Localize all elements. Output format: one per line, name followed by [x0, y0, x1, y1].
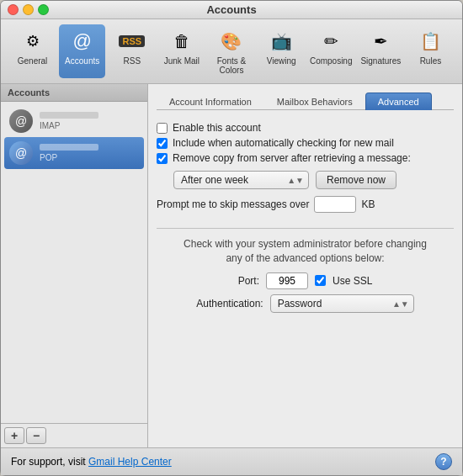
tab-mailbox-behaviors[interactable]: Mailbox Behaviors: [264, 93, 365, 110]
advanced-section: Enable this account Include when automat…: [157, 120, 454, 213]
rss-icon: RSS: [119, 28, 146, 55]
toolbar-general[interactable]: ⚙ General: [9, 24, 56, 78]
enable-account-checkbox[interactable]: [157, 123, 168, 134]
maximize-button[interactable]: [38, 4, 49, 15]
remove-now-button[interactable]: Remove now: [316, 171, 396, 189]
footer-support-text: For support, visit: [11, 456, 88, 468]
window-controls: [8, 4, 49, 15]
fonts-colors-label: Fonts & Colors: [210, 56, 253, 75]
toolbar-junk-mail[interactable]: 🗑 Junk Mail: [158, 24, 205, 78]
section-divider: [157, 228, 454, 229]
skip-messages-label: Prompt me to skip messages over: [157, 198, 309, 210]
signatures-icon: ✒: [367, 28, 394, 55]
add-account-button[interactable]: +: [4, 427, 24, 444]
tab-advanced[interactable]: Advanced: [365, 93, 432, 110]
skip-messages-unit: KB: [361, 198, 375, 210]
port-input[interactable]: [266, 272, 308, 289]
pop-account-type: POP: [40, 153, 139, 162]
footer-text: For support, visit Gmail Help Center: [11, 456, 172, 468]
accounts-icon: @: [69, 28, 96, 55]
imap-account-info: IMAP: [40, 112, 139, 130]
window-footer: For support, visit Gmail Help Center ?: [1, 447, 462, 475]
use-ssl-label: Use SSL: [333, 275, 372, 287]
pop-account-icon: @: [9, 141, 33, 165]
remove-copy-label: Remove copy from server after retrieving…: [173, 152, 411, 164]
toolbar-viewing[interactable]: 📺 Viewing: [258, 24, 305, 78]
toolbar-fonts-colors[interactable]: 🎨 Fonts & Colors: [208, 24, 254, 78]
general-label: General: [18, 56, 48, 66]
rss-label: RSS: [123, 56, 141, 66]
composing-icon: ✏: [317, 28, 344, 55]
auto-check-row: Include when automatically checking for …: [157, 135, 454, 151]
titlebar: Accounts: [1, 1, 462, 19]
info-text: Check with your system administrator bef…: [157, 237, 454, 266]
junk-mail-icon: 🗑: [168, 28, 195, 55]
junk-mail-label: Junk Mail: [164, 56, 200, 66]
imap-account-name: [40, 112, 98, 119]
rules-icon: 📋: [417, 28, 444, 55]
toolbar-accounts[interactable]: @ Accounts: [59, 24, 105, 78]
accounts-label: Accounts: [65, 56, 99, 66]
auth-select-wrapper: Password MD5 Challenge-Response NTLM Ker…: [270, 294, 414, 313]
use-ssl-checkbox[interactable]: [315, 275, 326, 286]
enable-account-row: Enable this account: [157, 120, 454, 135]
main-window: Accounts ⚙ General @ Accounts RSS RSS 🗑 …: [0, 0, 463, 476]
toolbar: ⚙ General @ Accounts RSS RSS 🗑 Junk Mail…: [1, 19, 462, 84]
help-button[interactable]: ?: [435, 453, 452, 470]
remove-account-button[interactable]: −: [26, 427, 46, 444]
minimize-button[interactable]: [23, 4, 34, 15]
skip-messages-input[interactable]: [314, 196, 356, 213]
composing-label: Composing: [310, 56, 353, 66]
pop-account-info: POP: [40, 144, 139, 162]
toolbar-rss[interactable]: RSS RSS: [109, 24, 155, 78]
toolbar-signatures[interactable]: ✒ Signatures: [358, 24, 404, 78]
remove-copy-checkbox[interactable]: [157, 153, 168, 164]
auth-label: Authentication:: [196, 298, 263, 309]
remove-copy-row: Remove copy from server after retrieving…: [157, 151, 454, 166]
tab-account-information[interactable]: Account Information: [157, 93, 264, 110]
sidebar-header: Accounts: [1, 84, 147, 102]
toolbar-rules[interactable]: 📋 Rules: [407, 24, 454, 78]
content-area: Accounts @ IMAP @ POP: [1, 84, 462, 447]
viewing-label: Viewing: [267, 56, 296, 66]
pop-account-name: [40, 144, 98, 151]
general-icon: ⚙: [19, 28, 46, 55]
auth-select[interactable]: Password MD5 Challenge-Response NTLM Ker…: [270, 294, 414, 313]
tab-bar: Account Information Mailbox Behaviors Ad…: [157, 93, 454, 110]
auto-check-label: Include when automatically checking for …: [173, 137, 394, 149]
rules-label: Rules: [420, 56, 442, 66]
enable-account-label: Enable this account: [173, 122, 261, 134]
toolbar-composing[interactable]: ✏ Composing: [308, 24, 354, 78]
sidebar-item-imap[interactable]: @ IMAP: [4, 105, 144, 137]
signatures-label: Signatures: [360, 56, 401, 66]
skip-messages-row: Prompt me to skip messages over KB: [157, 196, 454, 213]
window-title: Accounts: [206, 3, 256, 16]
remove-after-row: After one week After one day After one m…: [157, 171, 454, 189]
imap-account-type: IMAP: [40, 121, 139, 130]
sidebar-item-pop[interactable]: @ POP: [4, 137, 144, 169]
remove-after-select-wrapper: After one week After one day After one m…: [173, 171, 309, 189]
port-row: Port: Use SSL: [157, 272, 454, 289]
port-label: Port:: [238, 275, 259, 287]
fonts-colors-icon: 🎨: [218, 28, 245, 55]
remove-after-select[interactable]: After one week After one day After one m…: [173, 171, 309, 189]
imap-account-icon: @: [9, 109, 33, 133]
viewing-icon: 📺: [268, 28, 295, 55]
close-button[interactable]: [8, 4, 19, 15]
main-panel: Account Information Mailbox Behaviors Ad…: [148, 84, 462, 447]
sidebar: Accounts @ IMAP @ POP: [1, 84, 148, 447]
sidebar-account-list: @ IMAP @ POP: [1, 102, 147, 423]
auth-row: Authentication: Password MD5 Challenge-R…: [157, 294, 454, 313]
gmail-help-link[interactable]: Gmail Help Center: [88, 456, 172, 468]
sidebar-footer: + −: [1, 423, 147, 447]
auto-check-checkbox[interactable]: [157, 138, 168, 149]
